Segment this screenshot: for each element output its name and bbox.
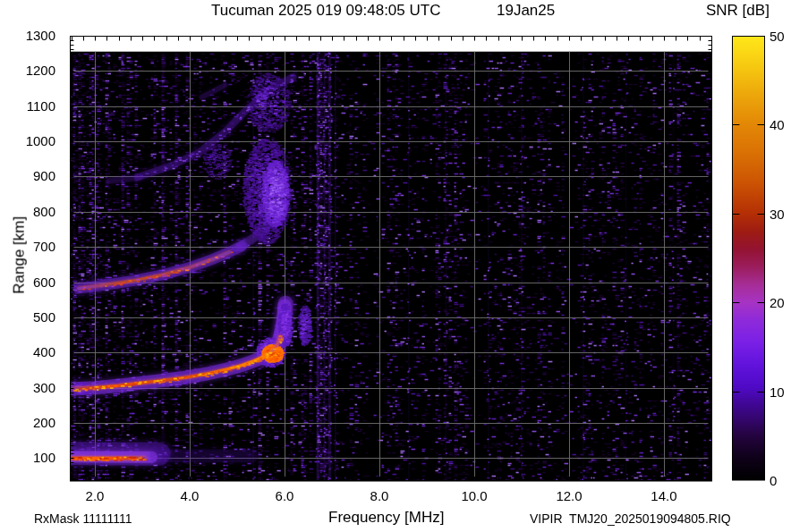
x-axis-title: Frequency [MHz] bbox=[328, 510, 444, 527]
y-tick-label: 800 bbox=[0, 204, 55, 219]
colorbar-tick-label: 20 bbox=[770, 295, 785, 310]
colorbar-tick-label: 50 bbox=[770, 29, 785, 44]
y-tick-label: 1300 bbox=[0, 28, 55, 43]
x-tick-label: 6.0 bbox=[265, 488, 304, 503]
y-tick-label: 1100 bbox=[0, 98, 55, 114]
x-tick-label: 10.0 bbox=[455, 488, 494, 503]
y-axis-title: Range [km] bbox=[12, 206, 29, 304]
colorbar-tick-label: 10 bbox=[770, 384, 785, 400]
y-tick-label: 500 bbox=[0, 309, 55, 325]
ionogram-canvas bbox=[0, 0, 791, 532]
filename-label: VIPIR TMJ20_2025019094805.RIQ bbox=[530, 512, 731, 526]
x-tick-label: 2.0 bbox=[75, 488, 115, 503]
colorbar-tick-label: 40 bbox=[770, 117, 785, 132]
plot-title: Tucuman 2025 019 09:48:05 UTC bbox=[211, 3, 440, 20]
rxmask-label: RxMask 11111111 bbox=[34, 512, 132, 526]
x-tick-label: 12.0 bbox=[549, 488, 589, 503]
y-tick-label: 300 bbox=[0, 380, 55, 395]
ionogram-figure: Tucuman 2025 019 09:48:05 UTC 19Jan25 SN… bbox=[0, 0, 791, 532]
y-tick-label: 1000 bbox=[0, 133, 55, 148]
colorbar-tick-label: 30 bbox=[770, 207, 785, 222]
y-tick-label: 400 bbox=[0, 344, 55, 359]
x-tick-label: 4.0 bbox=[170, 488, 209, 503]
y-tick-label: 200 bbox=[0, 415, 55, 430]
colorbar-tick-label: 0 bbox=[770, 473, 777, 488]
y-tick-label: 600 bbox=[0, 274, 55, 290]
y-tick-label: 1200 bbox=[0, 63, 55, 78]
date-label: 19Jan25 bbox=[497, 3, 555, 20]
colorbar-title: SNR [dB] bbox=[706, 3, 770, 20]
x-tick-label: 8.0 bbox=[360, 488, 399, 503]
y-tick-label: 900 bbox=[0, 168, 55, 183]
y-tick-label: 700 bbox=[0, 239, 55, 254]
x-tick-label: 14.0 bbox=[644, 488, 684, 503]
y-tick-label: 100 bbox=[0, 450, 55, 465]
